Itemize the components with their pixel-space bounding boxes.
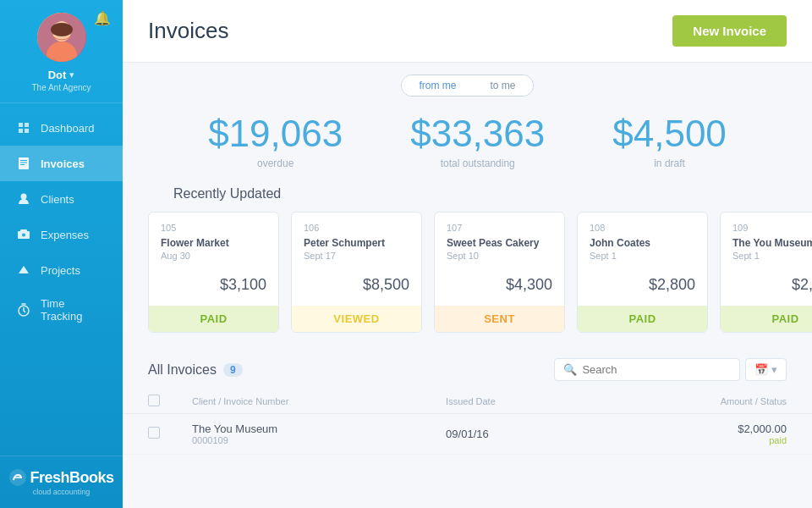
invoice-toggle-group: from me to me (401, 75, 533, 97)
overdue-amount: $19,063 (208, 113, 343, 154)
row-amount-cell: $2,000.00 paid (582, 414, 812, 455)
avatar (37, 13, 86, 62)
svg-rect-7 (20, 164, 25, 165)
card-amount-3: $2,800 (590, 276, 695, 294)
search-input[interactable] (582, 363, 731, 376)
invoice-card-4[interactable]: 109 The You Museum Sept 1 $2,000 PAID (720, 212, 812, 333)
card-client-2: Sweet Peas Cakery (447, 237, 552, 249)
user-agency: The Ant Agency (31, 83, 91, 92)
sidebar-item-expenses-label: Expenses (41, 229, 89, 241)
svg-rect-5 (20, 160, 27, 161)
sidebar-header: 🔔 Dot ▾ The Ant Agency (0, 0, 123, 103)
card-date-0: Aug 30 (161, 251, 266, 261)
table-header-date: Issued Date (420, 389, 582, 414)
table-header-amount: Amount / Status (582, 389, 812, 414)
invoice-cards-row: 105 Flower Market Aug 30 $3,100 PAID 106… (123, 212, 812, 350)
card-num-1: 106 (304, 223, 409, 233)
bell-icon[interactable]: 🔔 (94, 10, 111, 26)
outstanding-label: total outstanding (410, 157, 545, 169)
card-client-3: John Coates (590, 237, 695, 249)
search-bar: 🔍 (554, 358, 740, 381)
row-invoice-num: 0000109 (192, 435, 414, 445)
recently-updated-title: Recently Updated (148, 186, 787, 212)
card-status-1: VIEWED (292, 306, 421, 332)
card-num-0: 105 (161, 223, 266, 233)
projects-icon (15, 262, 32, 279)
svg-point-10 (22, 234, 25, 237)
card-status-2: SENT (435, 306, 564, 332)
sidebar-item-expenses[interactable]: Expenses (0, 217, 123, 252)
row-client-cell: The You Museum 0000109 (167, 414, 420, 455)
row-checkbox-cell (123, 414, 167, 455)
from-me-toggle[interactable]: from me (402, 75, 473, 96)
svg-rect-6 (20, 163, 27, 163)
invoice-card-2[interactable]: 107 Sweet Peas Cakery Sept 10 $4,300 SEN… (434, 212, 565, 333)
invoice-card-3[interactable]: 108 John Coates Sept 1 $2,800 PAID (577, 212, 708, 333)
card-date-3: Sept 1 (590, 251, 695, 261)
to-me-toggle[interactable]: to me (474, 75, 533, 96)
sidebar-nav: Dashboard Invoices Clients (0, 103, 123, 456)
card-num-3: 108 (590, 223, 695, 233)
page-title: Invoices (148, 18, 228, 44)
svg-rect-4 (19, 157, 29, 169)
invoice-count-badge: 9 (223, 363, 243, 377)
row-status: paid (607, 435, 787, 445)
all-invoices-bar: All Invoices 9 🔍 📅 ▾ (123, 350, 812, 389)
row-checkbox[interactable] (148, 427, 160, 439)
all-invoices-label: All Invoices (148, 362, 217, 378)
all-invoices-title: All Invoices 9 (148, 362, 243, 378)
dashboard-icon (15, 119, 32, 136)
invoices-icon (15, 155, 32, 172)
sidebar-item-clients[interactable]: Clients (0, 181, 123, 217)
avatar-image (37, 13, 86, 62)
sidebar-item-dashboard-label: Dashboard (41, 122, 95, 135)
card-client-1: Peter Schumpert (304, 237, 409, 249)
select-all-checkbox[interactable] (148, 395, 160, 406)
time-tracking-icon (15, 301, 32, 318)
search-area: 🔍 📅 ▾ (554, 358, 787, 381)
table-row[interactable]: The You Museum 0000109 09/01/16 $2,000.0… (123, 414, 812, 455)
draft-amount: $4,500 (612, 113, 727, 154)
sidebar-item-projects-label: Projects (41, 264, 80, 277)
table-header-client: Client / Invoice Number (167, 389, 420, 414)
sidebar-footer: FreshBooks cloud accounting (0, 456, 123, 508)
invoice-card-0[interactable]: 105 Flower Market Aug 30 $3,100 PAID (148, 212, 279, 333)
sidebar-item-invoices[interactable]: Invoices (0, 146, 123, 181)
svg-point-8 (21, 194, 27, 200)
dropdown-arrow-icon[interactable]: ▾ (69, 69, 74, 80)
sidebar-item-projects[interactable]: Projects (0, 252, 123, 288)
overdue-label: overdue (208, 157, 343, 169)
search-icon: 🔍 (563, 363, 577, 376)
stat-draft: $4,500 in draft (612, 113, 727, 169)
card-amount-0: $3,100 (161, 276, 266, 294)
new-invoice-button[interactable]: New Invoice (672, 15, 787, 47)
calendar-filter-button[interactable]: 📅 ▾ (745, 358, 787, 381)
card-status-4: PAID (721, 306, 812, 332)
card-amount-2: $4,300 (447, 276, 552, 294)
row-amount: $2,000.00 (607, 422, 787, 435)
clients-icon (15, 190, 32, 207)
card-date-4: Sept 1 (732, 251, 812, 261)
card-client-4: The You Museum (732, 237, 812, 249)
sidebar-item-time-tracking-label: Time Tracking (41, 297, 107, 323)
card-status-0: PAID (149, 306, 278, 332)
sidebar-item-clients-label: Clients (41, 193, 74, 206)
card-num-2: 107 (447, 223, 552, 233)
main-content: Invoices New Invoice from me to me $19,0… (123, 0, 812, 508)
expenses-icon (15, 226, 32, 243)
draft-label: in draft (612, 157, 727, 169)
outstanding-amount: $33,363 (410, 113, 545, 154)
freshbooks-brand: FreshBooks (30, 469, 113, 487)
stat-overdue: $19,063 overdue (208, 113, 343, 169)
sidebar-item-invoices-label: Invoices (41, 157, 85, 170)
row-date-cell: 09/01/16 (420, 414, 582, 455)
invoice-card-1[interactable]: 106 Peter Schumpert Sept 17 $8,500 VIEWE… (291, 212, 422, 333)
sidebar-item-time-tracking[interactable]: Time Tracking (0, 288, 123, 332)
card-date-2: Sept 10 (447, 251, 552, 261)
freshbooks-tagline: cloud accounting (33, 488, 91, 496)
sidebar-item-dashboard[interactable]: Dashboard (0, 110, 123, 146)
sidebar: 🔔 Dot ▾ The Ant Agency (0, 0, 123, 508)
stats-row: $19,063 overdue $33,363 total outstandin… (123, 105, 812, 186)
row-client-name: The You Museum (192, 422, 414, 435)
svg-point-3 (51, 23, 73, 36)
